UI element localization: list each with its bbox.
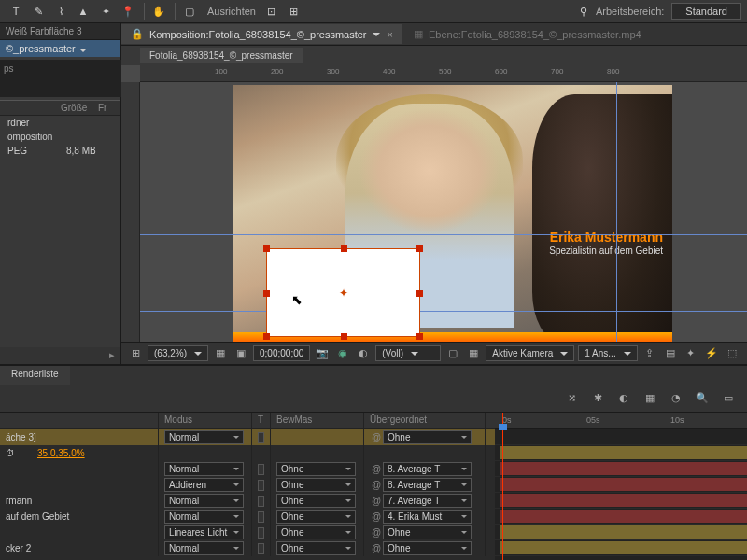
expand-icon[interactable]: ▸ (109, 349, 115, 362)
trkmat-dropdown[interactable]: Ohne (276, 478, 356, 492)
shy-icon[interactable]: ⤨ (562, 389, 581, 408)
lut-icon[interactable]: ▤ (662, 345, 679, 362)
layer-row[interactable]: auf dem Gebiet Normal Ohne @4. Erika Mus… (0, 509, 495, 525)
trkmat-dropdown[interactable]: Ohne (276, 510, 356, 524)
viewport[interactable]: 100200300400500600700800 Erika Musterman… (121, 65, 747, 342)
flowchart-tab[interactable]: Fotolia_68938154_©_pressmaster (140, 48, 303, 63)
blend-mode-dropdown[interactable]: Normal (164, 430, 244, 444)
timecode-display[interactable]: 0;00;00;00 (253, 345, 310, 361)
layer-row[interactable]: Normal Ohne @8. Average T (0, 461, 495, 477)
project-item[interactable]: PEG8,8 MB (0, 144, 120, 158)
parent-dropdown[interactable]: 8. Average T (383, 478, 472, 492)
zoom-dropdown[interactable]: (63,2%) (148, 345, 208, 361)
track-bar[interactable] (495, 540, 747, 556)
fast-preview-icon[interactable]: ⚡ (703, 345, 720, 362)
resize-handle[interactable] (341, 245, 347, 252)
res-icon[interactable]: ▦ (212, 345, 229, 362)
resize-handle[interactable] (416, 290, 423, 297)
camera-dropdown[interactable]: Aktive Kamera (486, 345, 574, 361)
grid-overlay-icon[interactable]: ▦ (465, 345, 482, 362)
track-bar[interactable] (495, 493, 747, 509)
flowchart-icon[interactable]: ⬚ (724, 345, 740, 362)
comp-button-icon[interactable]: ▭ (719, 389, 738, 408)
parent-dropdown[interactable]: 4. Erika Must (383, 510, 472, 524)
anchor-point-icon[interactable]: ✦ (339, 287, 348, 300)
search-icon[interactable]: ⚲ (573, 1, 594, 21)
guide-horizontal[interactable] (140, 311, 747, 312)
track-matte-toggle[interactable] (258, 496, 264, 507)
pickwhip-icon[interactable]: @ (370, 527, 383, 538)
project-item[interactable]: rdner (0, 116, 120, 130)
pickwhip-icon[interactable]: @ (370, 432, 383, 442)
parent-dropdown[interactable]: Ohne (383, 430, 472, 444)
pen-tool-icon[interactable]: ✎ (28, 1, 49, 21)
playhead[interactable] (502, 413, 503, 560)
brush-tool-icon[interactable]: ⌇ (50, 1, 71, 21)
search-layers-icon[interactable]: 🔍 (693, 389, 712, 408)
track-bar[interactable] (495, 509, 747, 525)
project-name[interactable]: ©_pressmaster (0, 40, 120, 57)
graph-icon[interactable]: ◔ (667, 389, 685, 408)
pickwhip-icon[interactable]: @ (370, 511, 383, 522)
track-matte-toggle[interactable] (258, 432, 264, 443)
parent-dropdown[interactable]: Ohne (383, 541, 472, 555)
track-matte-toggle[interactable] (258, 464, 264, 475)
parent-dropdown[interactable]: Ohne (383, 525, 472, 539)
layer-row[interactable]: Addieren Ohne @8. Average T (0, 477, 495, 493)
clone-tool-icon[interactable]: ▲ (73, 1, 93, 21)
trkmat-dropdown[interactable]: Ohne (276, 525, 356, 539)
transparency-icon[interactable]: ▣ (233, 345, 249, 362)
project-item[interactable]: omposition (0, 130, 120, 144)
align-icon-1[interactable]: ⊡ (261, 1, 282, 21)
time-ruler[interactable]: 0s05s10s (495, 413, 747, 429)
roi-icon[interactable]: ▢ (444, 345, 461, 362)
track-matte-toggle[interactable] (258, 511, 264, 523)
resize-handle[interactable] (263, 290, 270, 297)
comp-tab-active[interactable]: 🔒 Komposition: Fotolia_68938154_©_pressm… (121, 24, 402, 44)
trkmat-dropdown[interactable]: Ohne (276, 541, 356, 555)
pickwhip-icon[interactable]: @ (370, 496, 383, 506)
lower-third-subtitle[interactable]: Spezialistin auf dem Gebiet (549, 245, 663, 256)
snap-icon[interactable]: ▢ (179, 1, 200, 21)
align-icon-2[interactable]: ⊞ (284, 1, 304, 21)
comp-tab-layer[interactable]: ▦ Ebene: Fotolia_68938154_©_pressmaster.… (404, 24, 651, 44)
resize-handle[interactable] (416, 245, 423, 252)
track-bar[interactable] (495, 445, 747, 461)
stopwatch-icon[interactable]: ⏱ (6, 448, 15, 458)
layer-row[interactable]: Lineares Licht Ohne @Ohne (0, 525, 495, 540)
grid-icon[interactable]: ⊞ (127, 345, 144, 362)
guide-vertical[interactable] (616, 82, 617, 342)
pickwhip-icon[interactable]: @ (370, 543, 383, 553)
resolution-dropdown[interactable]: (Voll) (375, 345, 441, 361)
track-matte-toggle[interactable] (258, 543, 264, 554)
resize-handle[interactable] (416, 333, 423, 340)
motion-blur-icon[interactable]: ◐ (614, 389, 633, 408)
close-tab-icon[interactable]: × (388, 29, 393, 40)
timeline-tracks[interactable]: 0s05s10s (495, 413, 747, 560)
guide-horizontal[interactable] (140, 234, 747, 235)
blend-mode-dropdown[interactable]: Normal (164, 494, 244, 508)
blend-mode-dropdown[interactable]: Normal (164, 541, 244, 555)
color-mgmt-icon[interactable]: ◐ (355, 345, 372, 362)
adjust-icon[interactable]: ✦ (683, 345, 699, 362)
pickwhip-icon[interactable]: @ (370, 480, 383, 490)
views-dropdown[interactable]: 1 Ans... (578, 345, 637, 361)
trkmat-dropdown[interactable]: Ohne (276, 462, 356, 476)
canvas[interactable]: Erika Mustermann Spezialistin auf dem Ge… (140, 82, 747, 342)
resize-handle[interactable] (263, 245, 270, 252)
track-bar[interactable] (495, 461, 747, 477)
scale-value[interactable]: 35,0,35,0% (19, 448, 85, 458)
track-bar[interactable] (495, 525, 747, 540)
parent-dropdown[interactable]: 8. Average T (383, 462, 472, 476)
selected-solid-layer[interactable]: ✦ (266, 248, 420, 337)
panel-tab[interactable]: Weiß Farbfläche 3 (0, 23, 120, 40)
layer-row[interactable]: cker 2 Normal Ohne @Ohne (0, 540, 495, 556)
hand-tool-icon[interactable]: ✋ (148, 1, 169, 21)
layer-row[interactable]: äche 3] Normal @Ohne (0, 429, 495, 445)
trkmat-dropdown[interactable]: Ohne (276, 494, 356, 508)
eraser-tool-icon[interactable]: ✦ (95, 1, 116, 21)
track-matte-toggle[interactable] (258, 480, 264, 491)
channel-icon[interactable]: ◉ (334, 345, 351, 362)
layer-row[interactable]: rmann Normal Ohne @7. Average T (0, 493, 495, 509)
blend-mode-dropdown[interactable]: Addieren (164, 478, 244, 492)
